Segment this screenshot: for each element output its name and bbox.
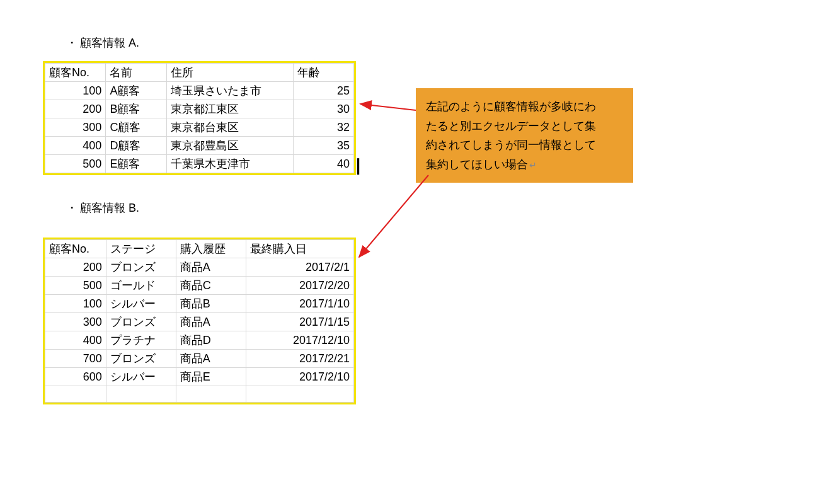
cell-date: 2017/1/15 bbox=[246, 313, 353, 331]
cell-addr: 東京都台東区 bbox=[166, 118, 293, 137]
caption-b-text: 顧客情報 B. bbox=[80, 202, 139, 214]
cell-no: 300 bbox=[45, 313, 106, 331]
cell-empty bbox=[246, 386, 353, 403]
cell-hist: 商品A bbox=[176, 258, 246, 277]
cell-no: 200 bbox=[45, 258, 106, 277]
caption-table-b: ・顧客情報 B. bbox=[66, 200, 139, 215]
cell-addr: 東京都江東区 bbox=[166, 100, 293, 118]
cell-hist: 商品E bbox=[176, 368, 246, 386]
table-b-h0: 顧客No. bbox=[45, 240, 106, 258]
cell-name: B顧客 bbox=[106, 100, 166, 118]
cell-hist: 商品D bbox=[176, 331, 246, 350]
cell-empty bbox=[176, 386, 246, 403]
table-a-wrap: 顧客No. 名前 住所 年齢 100 A顧客 埼玉県さいたま市 25 200 B… bbox=[43, 61, 356, 175]
table-b-h2: 購入履歴 bbox=[176, 240, 246, 258]
table-row: 700 ブロンズ 商品A 2017/2/21 bbox=[45, 350, 354, 368]
cell-age: 40 bbox=[293, 155, 353, 173]
cell-hist: 商品C bbox=[176, 277, 246, 295]
cell-stage: プラチナ bbox=[106, 331, 176, 350]
cell-name: E顧客 bbox=[106, 155, 166, 173]
cell-name: A顧客 bbox=[106, 82, 166, 100]
table-row: 400 プラチナ 商品D 2017/12/10 bbox=[45, 331, 354, 350]
table-a-h2: 住所 bbox=[166, 64, 293, 82]
table-row: 200 ブロンズ 商品A 2017/2/1 bbox=[45, 258, 354, 277]
cell-no: 400 bbox=[45, 331, 106, 350]
table-b-header-row: 顧客No. ステージ 購入履歴 最終購入日 bbox=[45, 240, 354, 258]
table-a-h0: 顧客No. bbox=[45, 64, 106, 82]
callout-line3: 約されてしまうが同一情報として bbox=[426, 135, 623, 155]
table-row: 100 シルバー 商品B 2017/1/10 bbox=[45, 295, 354, 313]
cell-no: 600 bbox=[45, 368, 106, 386]
caption-a-text: 顧客情報 A. bbox=[80, 37, 139, 49]
cell-no: 500 bbox=[45, 277, 106, 295]
cell-no: 400 bbox=[45, 137, 106, 155]
cell-no: 100 bbox=[45, 82, 106, 100]
cell-age: 35 bbox=[293, 137, 353, 155]
callout-line2: たると別エクセルデータとして集 bbox=[426, 117, 623, 136]
arrow-to-table-a bbox=[360, 104, 416, 110]
cell-addr: 埼玉県さいたま市 bbox=[166, 82, 293, 100]
caption-table-a: ・顧客情報 A. bbox=[66, 35, 139, 50]
cell-age: 30 bbox=[293, 100, 353, 118]
callout-line4: 集約してほしい場合↵ bbox=[426, 155, 623, 175]
cell-age: 25 bbox=[293, 82, 353, 100]
cell-no: 200 bbox=[45, 100, 106, 118]
table-row: 300 ブロンズ 商品A 2017/1/15 bbox=[45, 313, 354, 331]
table-row: 300 C顧客 東京都台東区 32 bbox=[45, 118, 354, 137]
text-cursor-mark: ▎ bbox=[357, 159, 365, 175]
cell-empty bbox=[106, 386, 176, 403]
cell-age: 32 bbox=[293, 118, 353, 137]
table-b-h3: 最終購入日 bbox=[246, 240, 353, 258]
table-row: 600 シルバー 商品E 2017/2/10 bbox=[45, 368, 354, 386]
cell-addr: 千葉県木更津市 bbox=[166, 155, 293, 173]
table-b: 顧客No. ステージ 購入履歴 最終購入日 200 ブロンズ 商品A 2017/… bbox=[45, 239, 354, 403]
cell-name: D顧客 bbox=[106, 137, 166, 155]
cell-stage: ブロンズ bbox=[106, 350, 176, 368]
table-row-empty bbox=[45, 386, 354, 403]
cell-hist: 商品A bbox=[176, 313, 246, 331]
cell-no: 300 bbox=[45, 118, 106, 137]
cell-stage: ゴールド bbox=[106, 277, 176, 295]
cell-stage: シルバー bbox=[106, 368, 176, 386]
table-a-header-row: 顧客No. 名前 住所 年齢 bbox=[45, 64, 354, 82]
cell-hist: 商品B bbox=[176, 295, 246, 313]
callout-box: 左記のように顧客情報が多岐にわ たると別エクセルデータとして集 約されてしまうが… bbox=[416, 88, 633, 183]
cell-stage: シルバー bbox=[106, 295, 176, 313]
table-a-h1: 名前 bbox=[106, 64, 166, 82]
cell-hist: 商品A bbox=[176, 350, 246, 368]
table-b-wrap: 顧客No. ステージ 購入履歴 最終購入日 200 ブロンズ 商品A 2017/… bbox=[43, 238, 356, 404]
cell-name: C顧客 bbox=[106, 118, 166, 137]
cell-date: 2017/2/10 bbox=[246, 368, 353, 386]
cell-no: 100 bbox=[45, 295, 106, 313]
table-row: 500 E顧客 千葉県木更津市 40 bbox=[45, 155, 354, 173]
table-row: 200 B顧客 東京都江東区 30 bbox=[45, 100, 354, 118]
callout-line4-text: 集約してほしい場合 bbox=[426, 158, 528, 171]
table-row: 500 ゴールド 商品C 2017/2/20 bbox=[45, 277, 354, 295]
table-a-h3: 年齢 bbox=[293, 64, 353, 82]
cell-date: 2017/2/20 bbox=[246, 277, 353, 295]
table-b-h1: ステージ bbox=[106, 240, 176, 258]
bullet-a: ・ bbox=[66, 37, 77, 49]
cell-date: 2017/12/10 bbox=[246, 331, 353, 350]
arrow-to-table-b bbox=[359, 175, 428, 257]
cell-date: 2017/2/1 bbox=[246, 258, 353, 277]
table-a: 顧客No. 名前 住所 年齢 100 A顧客 埼玉県さいたま市 25 200 B… bbox=[45, 63, 354, 173]
cell-no: 700 bbox=[45, 350, 106, 368]
cell-addr: 東京都豊島区 bbox=[166, 137, 293, 155]
cell-stage: ブロンズ bbox=[106, 313, 176, 331]
cell-date: 2017/1/10 bbox=[246, 295, 353, 313]
callout-line1: 左記のように顧客情報が多岐にわ bbox=[426, 97, 623, 117]
cell-stage: ブロンズ bbox=[106, 258, 176, 277]
cell-empty bbox=[45, 386, 106, 403]
cell-date: 2017/2/21 bbox=[246, 350, 353, 368]
bullet-b: ・ bbox=[66, 202, 77, 214]
cell-no: 500 bbox=[45, 155, 106, 173]
table-row: 100 A顧客 埼玉県さいたま市 25 bbox=[45, 82, 354, 100]
table-row: 400 D顧客 東京都豊島区 35 bbox=[45, 137, 354, 155]
return-mark-icon: ↵ bbox=[529, 160, 537, 170]
